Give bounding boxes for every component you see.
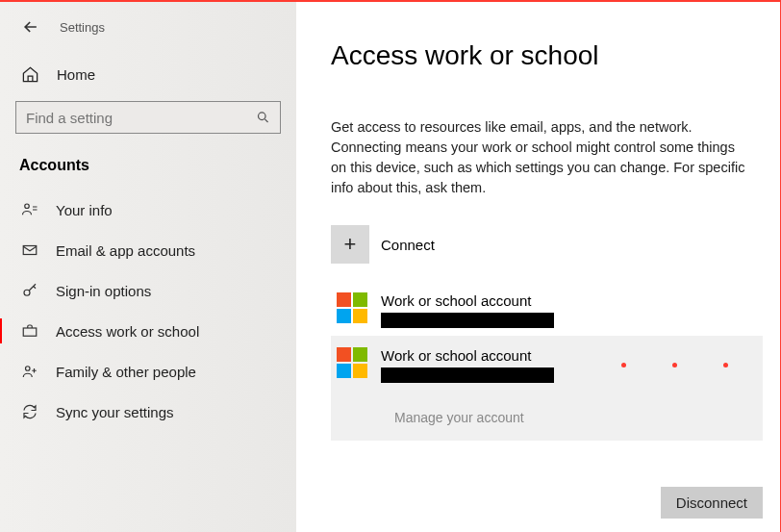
account-email-redacted (381, 367, 554, 383)
svg-point-1 (25, 204, 30, 209)
account-item-selected[interactable]: Work or school account Manage your accou… (331, 336, 763, 441)
nav-item-signin-options[interactable]: Sign-in options (0, 270, 296, 311)
account-item[interactable]: Work or school account (331, 285, 763, 336)
nav-item-label: Your info (56, 202, 113, 218)
account-title: Work or school account (381, 292, 554, 309)
main-content: Access work or school Get access to reso… (296, 2, 780, 532)
connect-label: Connect (381, 237, 435, 253)
nav-item-label: Email & app accounts (56, 242, 195, 259)
search-box[interactable] (15, 101, 281, 134)
nav-item-sync-settings[interactable]: Sync your settings (0, 392, 296, 432)
arrow-left-icon (21, 17, 40, 37)
nav-item-family-people[interactable]: Family & other people (0, 351, 296, 392)
nav-item-label: Sync your settings (56, 404, 174, 420)
footer: Disconnect (331, 487, 763, 532)
back-button[interactable] (21, 17, 40, 37)
account-title: Work or school account (381, 347, 554, 364)
briefcase-icon (21, 322, 38, 340)
person-badge-icon (21, 201, 38, 218)
nav-item-label: Sign-in options (56, 283, 151, 299)
nav-item-your-info[interactable]: Your info (0, 190, 296, 230)
section-header: Accounts (0, 157, 296, 190)
search-input[interactable] (26, 110, 256, 126)
nav-item-label: Access work or school (56, 323, 199, 340)
nav-item-access-work-school[interactable]: Access work or school (0, 311, 296, 351)
manage-account-link[interactable]: Manage your account (337, 396, 757, 425)
search-icon (256, 110, 270, 125)
svg-rect-4 (23, 328, 37, 336)
window-title: Settings (60, 20, 105, 35)
svg-point-0 (258, 113, 265, 120)
page-title: Access work or school (331, 40, 763, 71)
svg-point-5 (26, 367, 31, 371)
annotation-dots (621, 363, 728, 367)
sidebar: Settings Home Accounts Your info Email &… (0, 2, 296, 532)
nav-home-label: Home (57, 66, 95, 83)
nav-item-email-accounts[interactable]: Email & app accounts (0, 230, 296, 270)
svg-rect-2 (23, 246, 37, 255)
nav-item-label: Family & other people (56, 364, 196, 380)
plus-icon: + (331, 225, 369, 264)
key-icon (21, 282, 38, 299)
home-icon (21, 65, 39, 84)
svg-point-3 (24, 290, 30, 295)
nav-home[interactable]: Home (0, 65, 296, 101)
mail-icon (21, 241, 38, 259)
microsoft-logo-icon (337, 347, 367, 378)
disconnect-button[interactable]: Disconnect (661, 487, 763, 519)
sync-icon (21, 403, 38, 420)
page-description: Get access to resources like email, apps… (331, 117, 754, 198)
titlebar: Settings (0, 17, 296, 65)
people-plus-icon (21, 363, 38, 380)
microsoft-logo-icon (337, 292, 367, 323)
connect-button[interactable]: + Connect (331, 225, 763, 264)
account-email-redacted (381, 313, 554, 328)
